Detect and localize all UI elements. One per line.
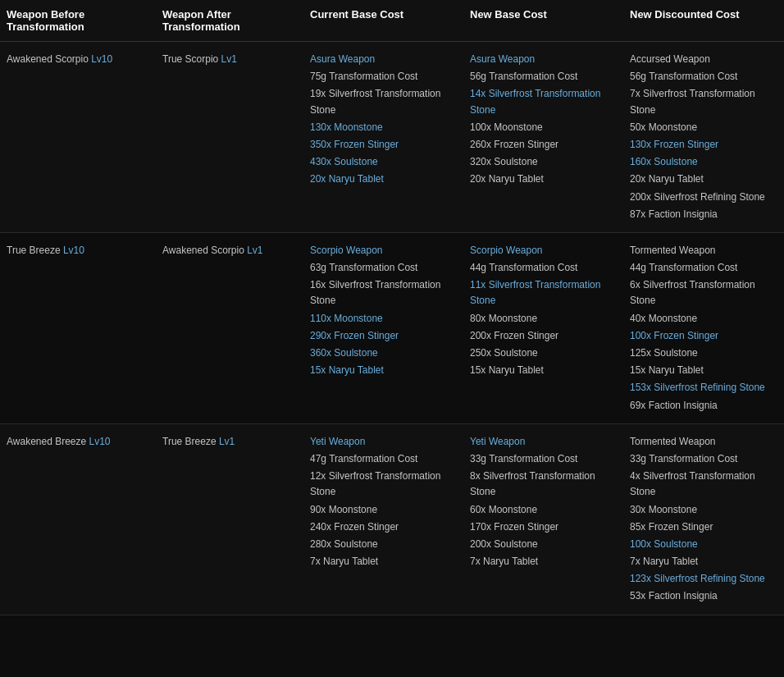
header-discounted-cost: New Discounted Cost <box>623 0 784 42</box>
cost-item: 130x Frozen Stinger <box>630 137 777 153</box>
cost-item: 170x Frozen Stinger <box>470 519 617 535</box>
current-cost-cell: Asura Weapon75g Transformation Cost19x S… <box>303 42 463 233</box>
header-weapon-before: Weapon Before Transformation <box>0 0 156 42</box>
cost-item: 160x Soulstone <box>630 154 777 170</box>
cost-item: 7x Naryu Tablet <box>630 554 777 570</box>
discounted-cost-cell: Tormented Weapon44g Transformation Cost6… <box>623 232 784 423</box>
cost-item: 360x Soulstone <box>310 345 457 361</box>
cost-item: 80x Moonstone <box>470 311 617 327</box>
cost-item: 33g Transformation Cost <box>470 451 617 467</box>
cost-item: 250x Soulstone <box>470 345 617 361</box>
cost-item: Asura Weapon <box>470 52 617 67</box>
cost-item: 44g Transformation Cost <box>630 260 777 276</box>
cost-item: 69x Faction Insignia <box>630 398 777 414</box>
cost-item: 100x Moonstone <box>470 120 617 135</box>
cost-item: 4x Silverfrost Transformation Stone <box>630 469 777 500</box>
cost-item: 87x Faction Insignia <box>630 207 777 222</box>
table-row: True Breeze Lv10Awakened Scorpio Lv1Scor… <box>0 232 784 423</box>
cost-item: 110x Moonstone <box>310 311 457 327</box>
cost-item: 350x Frozen Stinger <box>310 137 457 153</box>
cost-item: Tormented Weapon <box>630 243 777 258</box>
cost-item: 20x Naryu Tablet <box>630 172 777 187</box>
cost-item: 260x Frozen Stinger <box>470 137 617 153</box>
cost-item: 200x Frozen Stinger <box>470 328 617 344</box>
cost-item: 200x Soulstone <box>470 537 617 552</box>
cost-item: 100x Soulstone <box>630 537 777 552</box>
cost-item: Yeti Weapon <box>470 434 617 450</box>
cost-item: 40x Moonstone <box>630 311 777 327</box>
cost-item: Accursed Weapon <box>630 52 777 67</box>
cost-item: 153x Silverfrost Refining Stone <box>630 380 777 396</box>
cost-item: 8x Silverfrost Transformation Stone <box>470 469 617 500</box>
cost-item: 33g Transformation Cost <box>630 451 777 467</box>
cost-item: 320x Soulstone <box>470 154 617 170</box>
header-row: Weapon Before Transformation Weapon Afte… <box>0 0 784 42</box>
cost-item: 90x Moonstone <box>310 502 457 518</box>
cost-item: 44g Transformation Cost <box>470 260 617 276</box>
cost-item: 290x Frozen Stinger <box>310 328 457 344</box>
cost-item: 7x Naryu Tablet <box>310 554 457 570</box>
header-weapon-after: Weapon After Transformation <box>156 0 303 42</box>
cost-item: Scorpio Weapon <box>310 243 457 258</box>
cost-item: 12x Silverfrost Transformation Stone <box>310 469 457 500</box>
new-cost-cell: Yeti Weapon33g Transformation Cost8x Sil… <box>463 423 623 615</box>
cost-item: 100x Frozen Stinger <box>630 328 777 344</box>
cost-item: 20x Naryu Tablet <box>470 172 617 187</box>
main-container: Weapon Before Transformation Weapon Afte… <box>0 0 784 615</box>
new-cost-cell: Scorpio Weapon44g Transformation Cost11x… <box>463 232 623 423</box>
new-cost-cell: Asura Weapon56g Transformation Cost14x S… <box>463 42 623 233</box>
cost-item: 130x Moonstone <box>310 120 457 135</box>
cost-item: 19x Silverfrost Transformation Stone <box>310 86 457 117</box>
cost-item: 7x Silverfrost Transformation Stone <box>630 86 777 117</box>
cost-item: 47g Transformation Cost <box>310 451 457 467</box>
weapon-after-cell: Awakened Scorpio Lv1 <box>156 232 303 423</box>
cost-item: 430x Soulstone <box>310 154 457 170</box>
cost-item: 15x Naryu Tablet <box>310 363 457 378</box>
cost-item: 60x Moonstone <box>470 502 617 518</box>
current-cost-cell: Yeti Weapon47g Transformation Cost12x Si… <box>303 423 463 615</box>
weapon-after-cell: True Breeze Lv1 <box>156 423 303 615</box>
cost-item: 15x Naryu Tablet <box>630 363 777 378</box>
cost-item: 50x Moonstone <box>630 120 777 135</box>
cost-item: 15x Naryu Tablet <box>470 363 617 378</box>
cost-item: 240x Frozen Stinger <box>310 519 457 535</box>
cost-item: Asura Weapon <box>310 52 457 67</box>
table-row: Awakened Breeze Lv10True Breeze Lv1Yeti … <box>0 423 784 615</box>
cost-item: Scorpio Weapon <box>470 243 617 258</box>
cost-item: 11x Silverfrost Transformation Stone <box>470 277 617 309</box>
transformation-table: Weapon Before Transformation Weapon Afte… <box>0 0 784 615</box>
cost-item: 125x Soulstone <box>630 345 777 361</box>
cost-item: 7x Naryu Tablet <box>470 554 617 570</box>
cost-item: 56g Transformation Cost <box>470 69 617 85</box>
cost-item: 85x Frozen Stinger <box>630 519 777 535</box>
discounted-cost-cell: Accursed Weapon56g Transformation Cost7x… <box>623 42 784 233</box>
cost-item: 123x Silverfrost Refining Stone <box>630 571 777 587</box>
cost-item: 30x Moonstone <box>630 502 777 518</box>
weapon-after-cell: True Scorpio Lv1 <box>156 42 303 233</box>
table-body: Awakened Scorpio Lv10True Scorpio Lv1Asu… <box>0 42 784 615</box>
cost-item: 20x Naryu Tablet <box>310 172 457 187</box>
cost-item: 53x Faction Insignia <box>630 588 777 604</box>
weapon-before-cell: True Breeze Lv10 <box>0 232 156 423</box>
header-current-cost: Current Base Cost <box>303 0 463 42</box>
cost-item: 56g Transformation Cost <box>630 69 777 85</box>
cost-item: 14x Silverfrost Transformation Stone <box>470 86 617 117</box>
cost-item: 16x Silverfrost Transformation Stone <box>310 277 457 309</box>
table-row: Awakened Scorpio Lv10True Scorpio Lv1Asu… <box>0 42 784 233</box>
cost-item: Tormented Weapon <box>630 434 777 450</box>
cost-item: Yeti Weapon <box>310 434 457 450</box>
current-cost-cell: Scorpio Weapon63g Transformation Cost16x… <box>303 232 463 423</box>
cost-item: 6x Silverfrost Transformation Stone <box>630 277 777 309</box>
weapon-before-cell: Awakened Breeze Lv10 <box>0 423 156 615</box>
cost-item: 280x Soulstone <box>310 537 457 552</box>
cost-item: 200x Silverfrost Refining Stone <box>630 190 777 205</box>
cost-item: 63g Transformation Cost <box>310 260 457 276</box>
discounted-cost-cell: Tormented Weapon33g Transformation Cost4… <box>623 423 784 615</box>
cost-item: 75g Transformation Cost <box>310 69 457 85</box>
weapon-before-cell: Awakened Scorpio Lv10 <box>0 42 156 233</box>
header-new-cost: New Base Cost <box>463 0 623 42</box>
